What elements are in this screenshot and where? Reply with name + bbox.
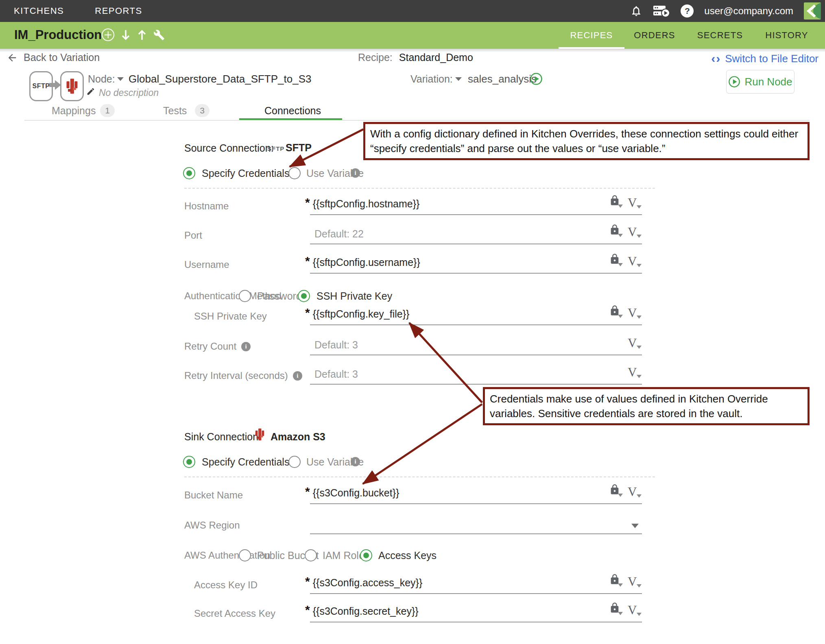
sink-specify-credentials-label[interactable]: Specify Credentials xyxy=(202,456,289,468)
username-input[interactable]: * {{sftpConfig.username}} xyxy=(305,255,420,268)
variation-dropdown-caret-icon[interactable] xyxy=(455,77,462,81)
tab-tests[interactable]: Tests xyxy=(163,105,187,117)
wrench-icon[interactable] xyxy=(153,29,165,41)
source-specify-credentials-label[interactable]: Specify Credentials xyxy=(202,168,289,179)
tab-connections[interactable]: Connections xyxy=(264,105,321,117)
retry-count-input[interactable]: Default: 3 xyxy=(314,339,358,351)
user-email[interactable]: user@company.com xyxy=(704,5,793,17)
arrow-up-icon[interactable] xyxy=(137,29,147,41)
lock-caret-icon xyxy=(618,234,623,237)
switch-file-editor-link[interactable]: Switch to File Editor xyxy=(711,52,818,65)
edit-description-icon[interactable] xyxy=(86,87,95,96)
port-label: Port xyxy=(184,230,202,241)
variable-caret-icon xyxy=(637,264,642,267)
username-label: Username xyxy=(184,259,229,270)
tab-history[interactable]: HISTORY xyxy=(760,22,813,49)
hostname-input[interactable]: * {{sftpConfig.hostname}} xyxy=(305,196,419,210)
variable-icon[interactable]: V xyxy=(628,255,637,268)
lock-icon[interactable] xyxy=(609,574,620,587)
password-label[interactable]: Password xyxy=(257,290,302,302)
variation-name[interactable]: sales_analysis xyxy=(468,73,537,85)
required-marker: * xyxy=(305,255,310,267)
public-bucket-radio[interactable] xyxy=(239,549,251,561)
input-underline xyxy=(310,503,642,504)
nav-kitchens[interactable]: KITCHENS xyxy=(14,6,64,16)
app-logo-icon[interactable] xyxy=(804,2,821,20)
secret-key-label: Secret Access Key xyxy=(194,608,275,619)
variable-caret-icon xyxy=(637,494,642,498)
ssh-key-label: SSH Private Key xyxy=(194,311,267,322)
node-dropdown-caret-icon[interactable] xyxy=(117,77,124,81)
lock-icon[interactable] xyxy=(609,305,620,318)
node-name[interactable]: Global_Superstore_Data_SFTP_to_S3 xyxy=(129,73,312,85)
run-node-button[interactable]: Run Node xyxy=(726,70,794,94)
port-input[interactable]: Default: 22 xyxy=(314,228,364,240)
run-variation-icon[interactable] xyxy=(530,72,543,85)
bucket-input[interactable]: * {{s3Config.bucket}} xyxy=(305,485,399,499)
lock-caret-icon xyxy=(618,494,623,497)
variable-icon[interactable]: V xyxy=(628,366,637,379)
code-icon xyxy=(711,52,721,65)
region-dropdown-caret-icon[interactable] xyxy=(631,524,639,528)
sink-use-variable-radio[interactable] xyxy=(288,456,301,468)
input-underline xyxy=(310,355,642,355)
input-underline xyxy=(310,324,642,325)
source-specify-credentials-radio[interactable] xyxy=(183,167,195,179)
info-icon[interactable] xyxy=(351,168,360,178)
sink-specify-credentials-radio[interactable] xyxy=(183,456,195,468)
region-row: AWS Region xyxy=(0,512,825,538)
region-label: AWS Region xyxy=(184,520,240,531)
sink-type-name: Amazon S3 xyxy=(271,431,325,443)
ssh-private-key-radio[interactable] xyxy=(298,290,310,302)
lock-icon[interactable] xyxy=(609,602,620,615)
add-icon[interactable] xyxy=(102,28,114,41)
access-keys-label[interactable]: Access Keys xyxy=(378,550,437,561)
input-underline xyxy=(310,244,642,244)
tab-secrets[interactable]: SECRETS xyxy=(694,22,746,49)
variable-icon[interactable]: V xyxy=(628,575,637,588)
lock-caret-icon xyxy=(618,263,623,266)
iam-role-radio[interactable] xyxy=(305,549,317,561)
tab-orders[interactable]: ORDERS xyxy=(628,22,681,49)
access-key-input[interactable]: * {{s3Config.access_key}} xyxy=(305,575,422,589)
lock-icon[interactable] xyxy=(609,224,620,237)
lock-icon[interactable] xyxy=(609,195,620,208)
iam-role-label[interactable]: IAM Role xyxy=(323,550,364,561)
lock-icon[interactable] xyxy=(609,484,620,497)
password-radio[interactable] xyxy=(239,290,251,302)
access-keys-radio[interactable] xyxy=(360,549,372,561)
info-icon[interactable] xyxy=(241,342,251,351)
back-to-variation-link[interactable]: Back to Variation xyxy=(7,52,100,63)
retry-interval-input[interactable]: Default: 3 xyxy=(314,368,358,380)
info-icon[interactable] xyxy=(293,371,302,381)
ssh-private-key-option-label[interactable]: SSH Private Key xyxy=(316,290,392,302)
retry-count-label: Retry Count xyxy=(184,341,236,352)
bell-icon[interactable] xyxy=(630,5,642,17)
variable-caret-icon xyxy=(637,375,642,378)
annotation-note-1: With a config dictionary defined in Kitc… xyxy=(363,122,810,160)
tab-mappings[interactable]: Mappings xyxy=(52,105,96,117)
annotation-note-2: Credentials make use of values defined i… xyxy=(483,387,810,425)
variable-icon[interactable]: V xyxy=(628,196,637,209)
lock-icon[interactable] xyxy=(609,253,620,266)
port-row: Port Default: 22 V xyxy=(0,222,825,248)
nav-reports[interactable]: REPORTS xyxy=(95,6,142,16)
arrow-down-icon[interactable] xyxy=(121,29,131,41)
variable-caret-icon xyxy=(637,346,642,349)
source-use-variable-radio[interactable] xyxy=(288,167,301,179)
agent-runner-icon[interactable] xyxy=(653,4,670,17)
info-icon[interactable] xyxy=(351,457,360,466)
help-icon[interactable] xyxy=(681,4,694,17)
variable-icon[interactable]: V xyxy=(628,337,637,349)
source-type-name: SFTP xyxy=(286,142,312,154)
variable-icon[interactable]: V xyxy=(628,226,637,238)
variable-icon[interactable]: V xyxy=(628,307,637,319)
tab-recipes[interactable]: RECIPES xyxy=(559,22,624,49)
input-underline xyxy=(310,593,642,594)
secret-key-row: Secret Access Key * {{s3Config.secret_ke… xyxy=(0,600,825,627)
variable-icon[interactable]: V xyxy=(628,604,637,616)
input-underline xyxy=(310,622,642,622)
variable-icon[interactable]: V xyxy=(628,485,637,498)
ssh-key-input[interactable]: * {{sftpConfig.key_file}} xyxy=(305,307,409,320)
secret-key-input[interactable]: * {{s3Config.secret_key}} xyxy=(305,604,419,617)
